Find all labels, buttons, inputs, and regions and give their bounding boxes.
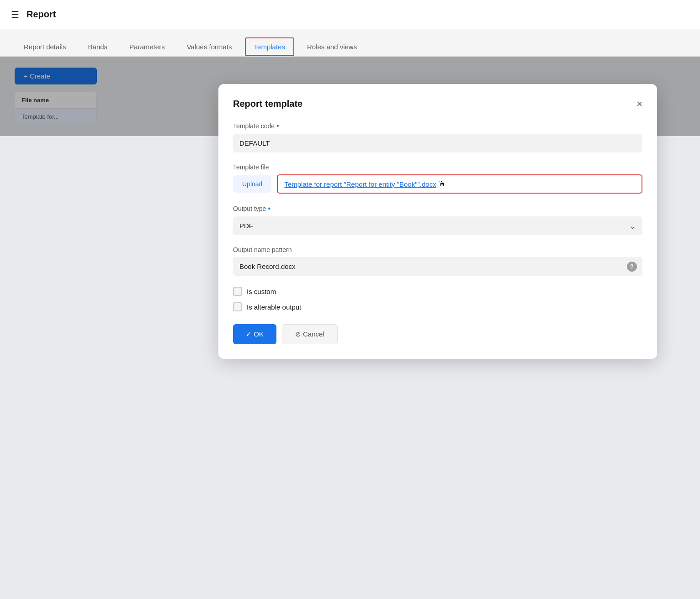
app-title: Report [27, 9, 56, 20]
output-name-pattern-label: Output name pattern [233, 246, 642, 253]
output-type-required-dot: • [268, 205, 270, 213]
template-code-field: Template code • [233, 122, 642, 152]
modal-title: Report template [233, 99, 302, 109]
upload-button[interactable]: Upload [233, 175, 271, 193]
is-alterable-output-row: Is alterable output [233, 302, 642, 311]
template-file-label: Template file [233, 163, 642, 171]
tab-values-formats[interactable]: Values formats [178, 37, 241, 56]
tab-parameters[interactable]: Parameters [120, 37, 174, 56]
tab-report-details[interactable]: Report details [15, 37, 75, 56]
help-icon[interactable]: ? [627, 262, 637, 272]
tab-bands[interactable]: Bands [79, 37, 117, 56]
file-link[interactable]: Template for report "Report for entity "… [284, 180, 436, 188]
top-bar: ☰ Report [0, 0, 700, 29]
template-code-input[interactable] [233, 134, 642, 152]
output-type-field: Output type • PDF DOCX XLSX HTML ⌄ [233, 205, 642, 235]
ok-button[interactable]: ✓ OK [233, 324, 276, 344]
is-custom-label: Is custom [247, 288, 276, 295]
cancel-button[interactable]: ⊘ Cancel [282, 324, 338, 344]
modal-header: Report template × [233, 99, 642, 109]
is-custom-row: Is custom [233, 287, 642, 296]
tab-roles-and-views[interactable]: Roles and views [298, 37, 366, 56]
output-type-label: Output type • [233, 205, 642, 213]
is-custom-checkbox[interactable] [233, 287, 242, 296]
cursor-icon: 🖱 [438, 180, 445, 188]
output-type-select[interactable]: PDF DOCX XLSX HTML [233, 216, 642, 235]
modal-footer: ✓ OK ⊘ Cancel [233, 324, 642, 344]
template-file-row: Upload Template for report "Report for e… [233, 174, 642, 194]
is-alterable-output-label: Is alterable output [247, 303, 301, 311]
main-area: + Create File name Template for... Repor… [0, 57, 700, 136]
hamburger-icon[interactable]: ☰ [11, 9, 19, 20]
is-alterable-output-checkbox[interactable] [233, 302, 242, 311]
tab-templates[interactable]: Templates [245, 37, 294, 56]
file-link-box: Template for report "Report for entity "… [277, 174, 642, 194]
template-code-required-dot: • [276, 122, 279, 130]
output-name-pattern-wrapper: ? [233, 257, 642, 276]
template-code-label: Template code • [233, 122, 642, 130]
output-name-pattern-field: Output name pattern ? [233, 246, 642, 276]
report-template-modal: Report template × Template code • Templa… [218, 84, 657, 359]
output-type-select-wrapper: PDF DOCX XLSX HTML ⌄ [233, 216, 642, 235]
modal-close-button[interactable]: × [636, 99, 642, 109]
template-file-field: Template file Upload Template for report… [233, 163, 642, 194]
tab-bar: Report details Bands Parameters Values f… [0, 29, 700, 57]
output-name-pattern-input[interactable] [233, 257, 642, 276]
